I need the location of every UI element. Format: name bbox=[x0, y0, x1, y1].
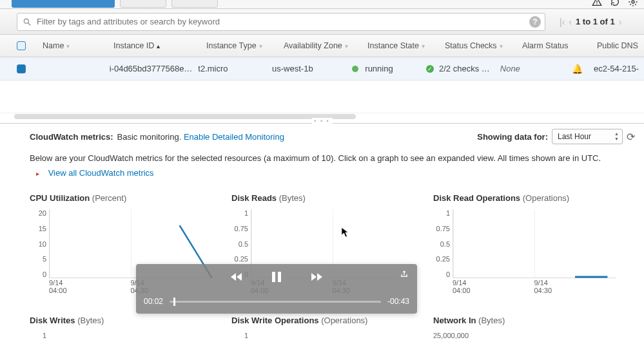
cell-state: running bbox=[352, 64, 426, 73]
metrics-label: CloudWatch metrics: bbox=[30, 132, 113, 142]
svg-rect-1 bbox=[596, 4, 597, 5]
cell-az: us-west-1b bbox=[272, 64, 352, 73]
refresh-icon[interactable] bbox=[609, 0, 621, 8]
yaxis-dro: 10.750.50.250 bbox=[433, 209, 453, 296]
pane-divider[interactable] bbox=[0, 123, 644, 124]
col-instance-type[interactable]: Instance Type▾ bbox=[206, 41, 284, 50]
chart-disk-writes[interactable]: Disk Writes (Bytes) 1 bbox=[30, 316, 231, 339]
svg-rect-0 bbox=[596, 1, 597, 3]
col-alarm[interactable]: Alarm Status bbox=[522, 41, 597, 50]
col-dns[interactable]: Public DNS bbox=[597, 41, 644, 50]
scrollbar-thumb[interactable] bbox=[14, 114, 356, 119]
mouse-cursor-icon bbox=[341, 227, 350, 238]
view-all-metrics-row: ▸ View all CloudWatch metrics bbox=[0, 166, 644, 184]
svg-point-2 bbox=[632, 1, 634, 3]
cell-status: ✓2/2 checks … bbox=[426, 64, 500, 73]
cell-instance-type: t2.micro bbox=[198, 64, 272, 73]
svg-line-4 bbox=[28, 23, 31, 25]
pause-button[interactable] bbox=[268, 269, 285, 285]
col-instance-id[interactable]: Instance ID▴ bbox=[113, 41, 206, 50]
help-icon[interactable]: ? bbox=[529, 16, 541, 28]
page-next-icon[interactable]: › bbox=[619, 17, 622, 27]
caret-right-icon: ▸ bbox=[36, 170, 39, 177]
page-range: 1 to 1 of 1 bbox=[576, 17, 615, 26]
view-all-metrics-link[interactable]: View all CloudWatch metrics bbox=[48, 168, 154, 178]
forward-button[interactable] bbox=[308, 269, 325, 285]
select-all-checkbox[interactable] bbox=[17, 41, 26, 50]
video-controls-overlay: 00:02 -00:43 bbox=[136, 264, 417, 314]
cell-dns: 🔔 ec2-54-215- bbox=[572, 64, 644, 74]
showing-data-label: Showing data for: bbox=[477, 132, 548, 142]
row-checkbox[interactable] bbox=[17, 64, 26, 73]
chart-network-in[interactable]: Network In (Bytes) 25,000,000 bbox=[433, 316, 635, 339]
status-ok-icon: ✓ bbox=[426, 65, 434, 73]
search-input[interactable] bbox=[37, 17, 525, 26]
primary-action-button[interactable] bbox=[12, 0, 115, 8]
share-icon[interactable] bbox=[399, 269, 411, 281]
yaxis-cpu: 20151050 bbox=[30, 209, 49, 296]
secondary-button-1[interactable] bbox=[120, 0, 166, 8]
video-seek-track[interactable] bbox=[170, 301, 381, 303]
rewind-button[interactable] bbox=[228, 269, 245, 285]
page-prev-icon[interactable]: ‹ bbox=[569, 17, 572, 27]
alarm-bell-icon[interactable]: 🔔 bbox=[572, 64, 583, 74]
metrics-bar: CloudWatch metrics: Basic monitoring. En… bbox=[0, 124, 644, 147]
gear-icon[interactable] bbox=[627, 0, 639, 8]
chart-disk-write-ops[interactable]: Disk Write Operations (Operations) 1 bbox=[231, 316, 433, 339]
search-icon bbox=[21, 16, 33, 28]
svg-rect-8 bbox=[401, 276, 407, 277]
pager: |‹ ‹ 1 to 1 of 1 › bbox=[560, 17, 621, 27]
table-header: Name▾ Instance ID▴ Instance Type▾ Availa… bbox=[0, 35, 644, 57]
top-toolbar bbox=[0, 0, 644, 9]
svg-rect-10 bbox=[406, 274, 407, 277]
secondary-button-2[interactable] bbox=[171, 0, 218, 8]
cell-alarm: None bbox=[500, 64, 572, 73]
video-seek-thumb[interactable] bbox=[173, 298, 175, 306]
col-status[interactable]: Status Checks▾ bbox=[445, 41, 522, 50]
time-range-select[interactable]: Last Hour ▲▼ bbox=[552, 129, 623, 144]
alert-icon[interactable] bbox=[591, 0, 603, 8]
enable-detailed-link[interactable]: Enable Detailed Monitoring bbox=[184, 132, 284, 142]
page-first-icon[interactable]: |‹ bbox=[560, 17, 565, 27]
metrics-description: Below are your CloudWatch metrics for th… bbox=[0, 147, 644, 166]
cell-instance-id: i-04d65bd3777568e… bbox=[110, 64, 199, 73]
svg-point-3 bbox=[24, 19, 28, 23]
col-az[interactable]: Availability Zone▾ bbox=[284, 41, 367, 50]
metrics-basic-text: Basic monitoring. bbox=[117, 132, 182, 142]
search-box[interactable]: ? bbox=[17, 13, 545, 31]
video-remaining: -00:43 bbox=[387, 297, 409, 306]
video-elapsed: 00:02 bbox=[144, 297, 163, 306]
svg-rect-6 bbox=[272, 272, 275, 282]
chart-disk-read-ops[interactable]: Disk Read Operations (Operations) 10.750… bbox=[433, 193, 635, 296]
table-row[interactable]: i-04d65bd3777568e… t2.micro us-west-1b r… bbox=[0, 57, 644, 81]
state-running-icon bbox=[352, 66, 358, 72]
xaxis-dro: 9/1404:00 9/1404:30 bbox=[453, 279, 616, 294]
svg-rect-9 bbox=[401, 274, 402, 277]
refresh-metrics-icon[interactable]: ⟳ bbox=[627, 131, 635, 143]
svg-rect-7 bbox=[278, 272, 281, 282]
filter-bar: ? |‹ ‹ 1 to 1 of 1 › bbox=[0, 9, 644, 35]
col-name[interactable]: Name▾ bbox=[43, 41, 113, 50]
col-state[interactable]: Instance State▾ bbox=[367, 41, 445, 50]
